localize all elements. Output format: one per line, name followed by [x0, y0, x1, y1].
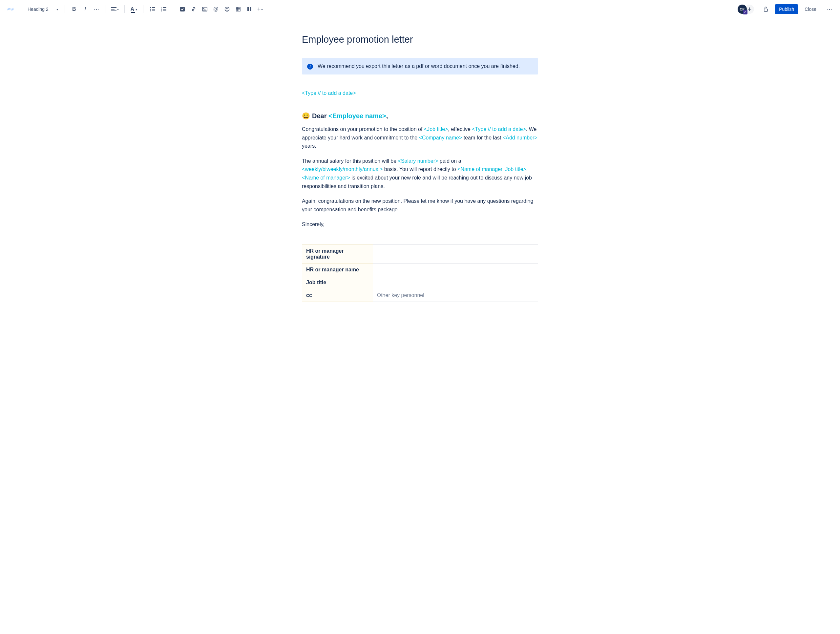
table-value[interactable]	[373, 276, 538, 289]
paragraph-1[interactable]: Congratulations on your promotion to the…	[302, 125, 538, 150]
svg-point-3	[150, 7, 151, 8]
svg-rect-1	[111, 9, 115, 9]
svg-point-18	[225, 7, 229, 11]
svg-rect-12	[163, 9, 166, 9]
svg-rect-30	[764, 9, 768, 11]
insert-more-button[interactable]: + ▾	[255, 4, 265, 14]
confluence-logo-icon[interactable]	[5, 4, 16, 14]
svg-rect-10	[163, 7, 166, 8]
svg-point-17	[203, 8, 204, 9]
table-row: Job title	[302, 276, 538, 289]
table-label[interactable]: Job title	[302, 276, 373, 289]
effective-date-placeholder: <Type // to add a date>	[472, 126, 526, 132]
collaborators: CK C	[737, 5, 754, 14]
svg-rect-26	[248, 7, 249, 11]
layouts-button[interactable]	[244, 4, 255, 14]
table-value[interactable]	[373, 263, 538, 276]
restrictions-button[interactable]	[761, 4, 771, 14]
chevron-down-icon: ▾	[117, 8, 119, 11]
action-item-button[interactable]	[177, 4, 188, 14]
editor-toolbar: Heading 2 ▾ B I ⋯ ▾ A ▾ 123	[0, 0, 840, 18]
manager-title-placeholder: <Name of manager, Job title>	[458, 166, 526, 172]
page-title[interactable]: Employee promotion letter	[302, 34, 538, 45]
mention-button[interactable]: @	[211, 4, 221, 14]
paragraph-2[interactable]: The annual salary for this position will…	[302, 157, 538, 190]
emoji-button[interactable]	[222, 4, 232, 14]
svg-point-19	[226, 8, 226, 9]
table-row: cc Other key personnel	[302, 289, 538, 302]
more-formatting-button[interactable]: ⋯	[91, 4, 102, 14]
company-name-placeholder: <Company name>	[419, 135, 462, 141]
toolbar-divider	[143, 5, 144, 13]
salary-placeholder: <Salary number>	[398, 158, 438, 164]
bullet-list-button[interactable]	[147, 4, 158, 14]
svg-rect-21	[236, 7, 240, 11]
svg-point-5	[150, 9, 151, 10]
text-style-label: Heading 2	[28, 6, 49, 12]
greeting-suffix: ,	[386, 112, 388, 119]
svg-rect-6	[152, 9, 155, 9]
paragraph-4[interactable]: Sincerely,	[302, 220, 538, 229]
info-panel-text: We recommend you export this letter as a…	[317, 63, 520, 69]
alignment-button[interactable]: ▾	[110, 4, 120, 14]
user-avatar[interactable]: CK C	[737, 5, 747, 14]
svg-rect-14	[163, 11, 166, 11]
toolbar-divider	[65, 5, 65, 13]
editor-content[interactable]: Employee promotion letter i We recommend…	[295, 18, 545, 318]
svg-rect-27	[250, 7, 251, 11]
svg-rect-8	[152, 11, 155, 11]
italic-button[interactable]: I	[80, 4, 90, 14]
chevron-down-icon: ▾	[136, 8, 137, 11]
table-row: HR or manager name	[302, 263, 538, 276]
svg-rect-4	[152, 7, 155, 8]
bold-button[interactable]: B	[69, 4, 79, 14]
more-actions-button[interactable]: ⋯	[824, 4, 835, 14]
avatar-badge: C	[743, 10, 747, 14]
table-label[interactable]: HR or manager signature	[302, 245, 373, 263]
pay-frequency-placeholder: <weekly/biweekly/monthly/annual>	[302, 166, 382, 172]
job-title-placeholder: <Job title>	[424, 126, 448, 132]
years-number-placeholder: <Add number>	[503, 135, 537, 141]
svg-point-20	[228, 8, 228, 9]
table-row: HR or manager signature	[302, 245, 538, 263]
chevron-down-icon: ▾	[57, 8, 58, 11]
toolbar-divider	[173, 5, 173, 13]
manager-name-placeholder: <Name of manager>	[302, 175, 350, 180]
greeting-heading[interactable]: 😀 Dear <Employee name>,	[302, 112, 538, 120]
date-placeholder-line[interactable]: <Type // to add a date>	[302, 90, 538, 96]
svg-rect-0	[111, 7, 117, 8]
numbered-list-button[interactable]: 123	[158, 4, 169, 14]
table-label[interactable]: cc	[302, 289, 373, 302]
employee-name-placeholder: <Employee name>	[328, 112, 386, 119]
date-placeholder: <Type // to add a date>	[302, 90, 356, 96]
publish-button[interactable]: Publish	[775, 4, 798, 14]
greeting-prefix: Dear	[312, 112, 328, 119]
info-icon: i	[307, 64, 313, 70]
svg-rect-2	[111, 11, 117, 11]
toolbar-divider	[106, 5, 106, 13]
image-button[interactable]	[199, 4, 210, 14]
link-button[interactable]	[188, 4, 199, 14]
chevron-down-icon: ▾	[261, 8, 263, 11]
paragraph-3[interactable]: Again, congratulations on the new positi…	[302, 197, 538, 213]
toolbar-divider	[124, 5, 125, 13]
svg-rect-16	[202, 7, 207, 11]
svg-text:3: 3	[161, 10, 162, 12]
table-label[interactable]: HR or manager name	[302, 263, 373, 276]
text-style-dropdown[interactable]: Heading 2 ▾	[25, 5, 61, 14]
table-button[interactable]	[233, 4, 243, 14]
signature-table[interactable]: HR or manager signature HR or manager na…	[302, 245, 538, 302]
table-value[interactable]: Other key personnel	[373, 289, 538, 302]
grinning-emoji: 😀	[302, 112, 310, 120]
table-value[interactable]	[373, 245, 538, 263]
text-color-button[interactable]: A ▾	[129, 4, 139, 14]
close-button[interactable]: Close	[801, 4, 820, 14]
svg-point-7	[150, 11, 151, 11]
svg-rect-29	[748, 9, 752, 9]
info-panel[interactable]: i We recommend you export this letter as…	[302, 58, 538, 74]
